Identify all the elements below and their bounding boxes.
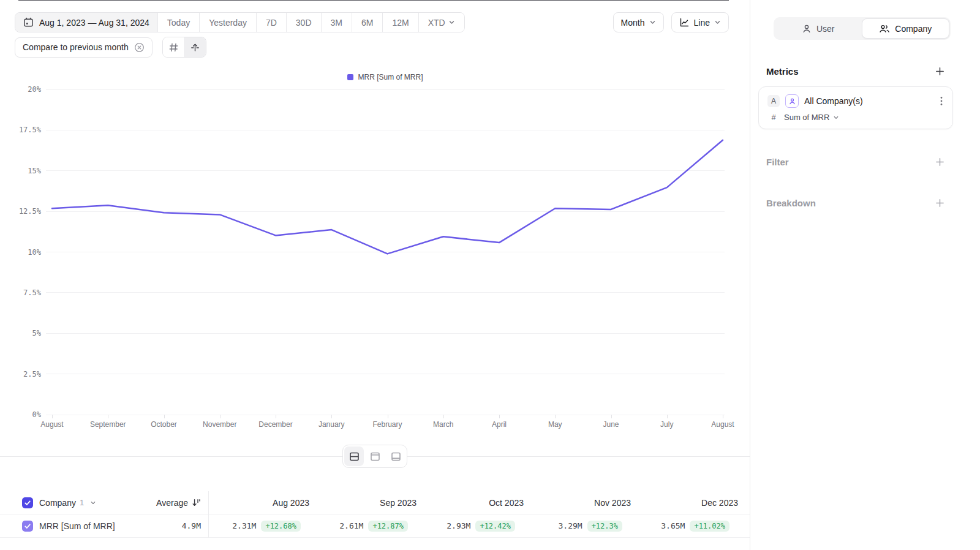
x-axis-label: October	[151, 420, 177, 429]
x-axis-label: July	[660, 420, 673, 429]
range-button-label: 12M	[392, 18, 409, 28]
y-axis-label: 10%	[28, 248, 41, 257]
chevron-down-icon	[714, 19, 721, 26]
column-header-cell[interactable]: Oct 2023	[423, 498, 530, 508]
chevron-down-icon	[833, 115, 839, 121]
x-axis-tick	[164, 415, 165, 418]
table-column-divider	[208, 491, 209, 538]
layout-chart-only-button[interactable]	[365, 446, 385, 466]
range-button-7d[interactable]: 7D	[256, 13, 286, 32]
select-all-checkbox[interactable]	[22, 497, 33, 508]
range-button-label: Today	[167, 18, 190, 28]
company-avatar-icon	[785, 94, 799, 108]
chart-option-toggles	[162, 37, 206, 58]
column-header-cell[interactable]: Aug 2023	[208, 498, 315, 508]
range-button-label: 7D	[266, 18, 277, 28]
x-axis-label: November	[203, 420, 236, 429]
x-axis-tick	[388, 415, 388, 418]
compare-chip-label: Compare to previous month	[23, 42, 129, 52]
tab-user[interactable]: User	[775, 18, 862, 39]
range-button-3m[interactable]: 3M	[321, 13, 352, 32]
y-axis-label: 7.5%	[23, 288, 41, 297]
range-button-xtd[interactable]: XTD	[418, 13, 464, 32]
add-metric-button[interactable]	[934, 66, 946, 77]
metric-card[interactable]: A All Company(s) # Sum of MRR	[758, 86, 953, 129]
layout-bottom-bar-icon	[390, 451, 402, 462]
chevron-down-icon[interactable]	[90, 500, 96, 506]
table-cell: 2.61M+12.87%	[315, 521, 423, 532]
toolbar: Aug 1, 2023 — Aug 31, 2024 TodayYesterda…	[15, 12, 729, 32]
x-axis-label: May	[548, 420, 562, 429]
column-header-cell[interactable]: Sep 2023	[315, 498, 423, 508]
cell-value: 3.29M	[559, 521, 582, 530]
layout-split-button[interactable]	[344, 446, 364, 466]
average-column-header[interactable]: Average	[156, 498, 188, 508]
x-axis-tick	[443, 415, 444, 418]
column-header-cell[interactable]: Nov 2023	[530, 498, 637, 508]
cell-value: 2.93M	[447, 521, 470, 530]
x-axis-label: February	[372, 420, 402, 429]
x-axis-tick	[331, 415, 332, 418]
metrics-section-header: Metrics	[766, 66, 946, 77]
range-button-today[interactable]: Today	[157, 13, 199, 32]
table-header-row: Company 1 Average Aug 2023Sep 2023Oct 20…	[0, 491, 750, 514]
x-axis-label: August	[711, 420, 734, 429]
x-axis-label: January	[318, 420, 345, 429]
cell-delta-badge: +12.87%	[368, 521, 408, 532]
x-axis-tick	[276, 415, 276, 418]
close-circle-icon[interactable]	[134, 42, 145, 53]
user-icon	[802, 24, 812, 34]
group-column-header[interactable]: Company	[39, 498, 76, 508]
row-checkbox[interactable]	[22, 521, 33, 532]
filter-title: Filter	[766, 157, 789, 167]
metric-menu-button[interactable]	[939, 95, 944, 107]
cell-delta-badge: +11.02%	[690, 521, 729, 532]
range-button-6m[interactable]: 6M	[352, 13, 382, 32]
audience-switcher: User Company	[774, 17, 951, 40]
range-button-30d[interactable]: 30D	[286, 13, 321, 32]
y-axis-label: 20%	[28, 85, 41, 94]
sort-icon[interactable]	[192, 498, 201, 507]
layout-table-only-button[interactable]	[386, 446, 405, 466]
filter-section-header: Filter	[766, 156, 946, 168]
cell-value: 2.61M	[339, 521, 363, 530]
chevron-down-icon	[448, 19, 455, 26]
date-range-button[interactable]: Aug 1, 2023 — Aug 31, 2024	[15, 13, 157, 32]
x-axis-label: March	[433, 420, 453, 429]
main-panel: Aug 1, 2023 — Aug 31, 2024 TodayYesterda…	[0, 0, 750, 550]
metric-name: All Company(s)	[804, 96, 933, 106]
add-filter-button[interactable]	[934, 156, 946, 168]
cell-delta-badge: +12.68%	[261, 521, 301, 532]
add-breakdown-button[interactable]	[934, 197, 946, 209]
range-button-yesterday[interactable]: Yesterday	[199, 13, 256, 32]
x-axis-tick	[667, 415, 668, 418]
gridlines-toggle-button[interactable]	[163, 37, 184, 57]
table-cell: 3.29M+12.3%	[530, 521, 637, 532]
table-row[interactable]: MRR [Sum of MRR] 4.9M 2.31M+12.68%2.61M+…	[0, 514, 750, 538]
aggregation-selector[interactable]: Sum of MRR	[784, 113, 839, 122]
config-sidebar: User Company Metrics A All Com	[750, 0, 980, 550]
y-axis-label: 15%	[28, 167, 41, 175]
annotations-toggle-button[interactable]	[184, 37, 206, 57]
x-axis-tick	[611, 415, 612, 418]
numeric-type-icon: #	[769, 113, 778, 122]
tab-company[interactable]: Company	[862, 18, 950, 39]
x-axis-label: August	[40, 420, 63, 429]
chart-type-label: Line	[694, 18, 710, 28]
compare-chip[interactable]: Compare to previous month	[15, 37, 153, 58]
range-button-label: Yesterday	[209, 18, 247, 28]
users-icon	[879, 24, 890, 34]
table-cell: 3.65M+11.02%	[637, 521, 744, 532]
plot-area[interactable]: 0%2.5%5%7.5%10%12.5%15%17.5%20%AugustSep…	[46, 89, 725, 415]
range-button-12m[interactable]: 12M	[382, 13, 418, 32]
legend-label: MRR [Sum of MRR]	[358, 73, 423, 81]
chart-type-button[interactable]: Line	[671, 12, 729, 32]
range-button-label: 3M	[331, 18, 342, 28]
range-button-label: XTD	[428, 18, 445, 28]
x-axis-tick	[555, 415, 556, 418]
x-axis-tick	[499, 415, 500, 418]
granularity-button[interactable]: Month	[613, 12, 664, 32]
toolbar-secondary: Compare to previous month	[15, 37, 206, 58]
grid-icon	[168, 42, 179, 53]
column-header-cell[interactable]: Dec 2023	[637, 498, 744, 508]
